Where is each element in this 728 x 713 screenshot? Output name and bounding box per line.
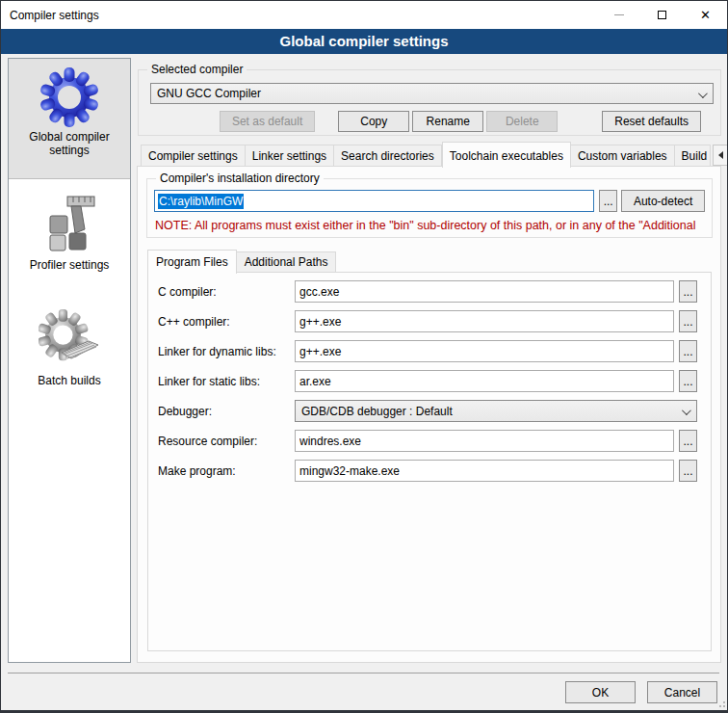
- linker-static-input[interactable]: [295, 370, 674, 392]
- close-icon: ✕: [700, 9, 711, 21]
- field-label: C compiler:: [154, 285, 295, 299]
- profiler-caliper-icon: [39, 193, 100, 254]
- linker-dynamic-browse-button[interactable]: ...: [679, 340, 697, 362]
- selected-compiler-legend: Selected compiler: [147, 63, 247, 76]
- sidebar-item-batch-builds[interactable]: Batch builds: [9, 293, 130, 409]
- field-row-make-program: Make program: ...: [154, 460, 697, 482]
- toolchain-executables-panel: Compiler's installation directory C:\ray…: [137, 166, 721, 663]
- compiler-select-value: GNU GCC Compiler: [157, 87, 261, 100]
- sidebar-item-label: Global compiler settings: [23, 130, 116, 157]
- rename-button[interactable]: Rename: [412, 111, 483, 132]
- copy-button[interactable]: Copy: [338, 111, 409, 132]
- sidebar-item-global-compiler-settings[interactable]: Global compiler settings: [9, 59, 130, 179]
- debugger-select[interactable]: GDB/CDB debugger : Default: [295, 400, 697, 422]
- field-label: Debugger:: [154, 405, 295, 418]
- window-title: Compiler settings: [1, 9, 597, 22]
- install-dir-group: Compiler's installation directory C:\ray…: [146, 178, 713, 238]
- selected-compiler-group: Selected compiler GNU GCC Compiler Set a…: [138, 69, 721, 136]
- settings-tabbar: Compiler settings Linker settings Search…: [141, 141, 728, 167]
- delete-button[interactable]: Delete: [486, 111, 558, 132]
- make-program-browse-button[interactable]: ...: [679, 460, 697, 482]
- tab-scroll-left-button[interactable]: [713, 145, 728, 166]
- tab-custom-variables[interactable]: Custom variables: [571, 145, 675, 167]
- set-as-default-button[interactable]: Set as default: [220, 111, 315, 132]
- install-dir-input[interactable]: C:\raylib\MinGW: [154, 190, 594, 212]
- cancel-button[interactable]: Cancel: [647, 681, 717, 703]
- install-dir-selected-text: C:\raylib\MinGW: [158, 194, 244, 209]
- tab-toolchain-executables[interactable]: Toolchain executables: [442, 142, 571, 168]
- tab-build-options[interactable]: Build: [675, 145, 711, 167]
- maximize-icon: [658, 11, 666, 19]
- linker-dynamic-input[interactable]: [295, 340, 674, 362]
- blue-gear-icon: [39, 66, 100, 128]
- field-row-debugger: Debugger: GDB/CDB debugger : Default: [154, 400, 697, 422]
- resize-grip[interactable]: [715, 698, 725, 707]
- compiler-select[interactable]: GNU GCC Compiler: [150, 83, 714, 104]
- settings-sidebar: Global compiler settings Profiler settin…: [8, 58, 131, 663]
- compiler-settings-dialog: Compiler settings ✕ Global compiler sett…: [0, 0, 728, 713]
- install-dir-note: NOTE: All programs must exist either in …: [155, 219, 710, 232]
- resource-compiler-browse-button[interactable]: ...: [679, 430, 697, 452]
- minimize-icon: [614, 14, 624, 15]
- c-compiler-browse-button[interactable]: ...: [679, 280, 697, 303]
- tab-compiler-settings[interactable]: Compiler settings: [141, 145, 246, 167]
- batch-builds-gear-icon: [39, 308, 100, 370]
- field-row-resource-compiler: Resource compiler: ...: [154, 430, 697, 452]
- close-button[interactable]: ✕: [684, 1, 727, 29]
- resource-compiler-input[interactable]: [295, 430, 674, 452]
- field-label: Resource compiler:: [154, 435, 295, 448]
- subtab-additional-paths[interactable]: Additional Paths: [237, 251, 337, 273]
- c-compiler-input[interactable]: [295, 280, 674, 303]
- cpp-compiler-browse-button[interactable]: ...: [679, 310, 697, 332]
- footer-divider: [8, 673, 719, 673]
- page-title: Global compiler settings: [1, 29, 727, 54]
- maximize-button[interactable]: [640, 1, 684, 29]
- minimize-button[interactable]: [597, 1, 640, 29]
- field-label: C++ compiler:: [154, 315, 295, 329]
- program-files-panel: C compiler: ... C++ compiler: ... Linker…: [147, 272, 712, 651]
- cpp-compiler-input[interactable]: [295, 310, 674, 332]
- sidebar-item-label: Profiler settings: [9, 258, 130, 272]
- compiler-buttons-row: Set as default Copy Rename Delete Reset …: [150, 111, 701, 132]
- titlebar[interactable]: Compiler settings ✕: [1, 1, 727, 29]
- autodetect-button[interactable]: Auto-detect: [621, 190, 705, 212]
- tab-scroll-arrows: [712, 145, 728, 166]
- linker-static-browse-button[interactable]: ...: [679, 370, 697, 392]
- ok-button[interactable]: OK: [565, 681, 636, 703]
- field-row-c-compiler: C compiler: ...: [154, 280, 697, 303]
- install-dir-browse-button[interactable]: ...: [599, 190, 617, 212]
- field-label: Linker for dynamic libs:: [154, 345, 295, 358]
- subtab-program-files[interactable]: Program Files: [147, 250, 237, 274]
- chevron-down-icon: [682, 406, 691, 415]
- field-label: Make program:: [154, 464, 295, 478]
- sidebar-item-profiler-settings[interactable]: Profiler settings: [9, 179, 130, 293]
- make-program-input[interactable]: [295, 460, 674, 482]
- field-row-linker-static: Linker for static libs: ...: [154, 370, 697, 392]
- arrow-left-icon: [718, 151, 723, 159]
- reset-defaults-button[interactable]: Reset defaults: [602, 111, 701, 132]
- sidebar-item-label: Batch builds: [9, 374, 130, 387]
- field-label: Linker for static libs:: [154, 375, 295, 388]
- field-row-linker-dynamic: Linker for dynamic libs: ...: [154, 340, 697, 362]
- field-row-cpp-compiler: C++ compiler: ...: [154, 310, 697, 332]
- debugger-select-value: GDB/CDB debugger : Default: [301, 405, 453, 418]
- install-dir-legend: Compiler's installation directory: [156, 172, 324, 185]
- tab-search-directories[interactable]: Search directories: [334, 145, 442, 167]
- tab-linker-settings[interactable]: Linker settings: [246, 145, 334, 167]
- files-subtabbar: Program Files Additional Paths: [147, 249, 336, 273]
- chevron-down-icon: [698, 89, 708, 98]
